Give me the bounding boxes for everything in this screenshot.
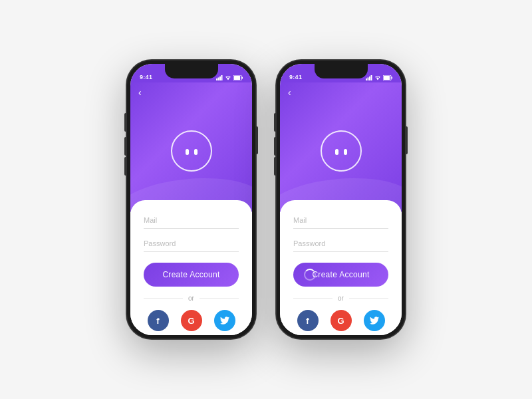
white-section-1: Create Account or f G bbox=[130, 200, 252, 335]
battery-icon-2 bbox=[383, 75, 392, 80]
phone-1: 9:41 bbox=[126, 60, 256, 339]
notch-1 bbox=[165, 64, 218, 78]
or-line-left-2 bbox=[293, 298, 332, 299]
mail-input-2[interactable] bbox=[293, 212, 388, 229]
logo-eye-right-1 bbox=[194, 149, 198, 155]
twitter-icon-1[interactable] bbox=[214, 310, 235, 331]
wifi-icon-2 bbox=[374, 75, 381, 80]
header-area-1: ‹ bbox=[130, 82, 252, 212]
logo-eye-left-1 bbox=[186, 149, 189, 155]
back-button-1[interactable]: ‹ bbox=[138, 88, 142, 97]
logo-circle-1 bbox=[171, 130, 212, 172]
signal-icon-1 bbox=[216, 75, 223, 80]
social-icons-1: f G bbox=[144, 310, 239, 334]
svg-rect-11 bbox=[371, 75, 372, 80]
or-divider-1: or bbox=[144, 295, 239, 302]
facebook-icon-1[interactable]: f bbox=[148, 310, 169, 331]
password-input-2[interactable] bbox=[293, 235, 388, 252]
or-divider-2: or bbox=[293, 295, 388, 302]
google-icon-2[interactable]: G bbox=[331, 310, 352, 331]
or-line-right-2 bbox=[349, 298, 388, 299]
logo-eye-right-2 bbox=[344, 149, 347, 155]
status-icons-2 bbox=[366, 75, 392, 80]
svg-rect-7 bbox=[242, 77, 243, 79]
battery-icon-1 bbox=[233, 75, 243, 80]
svg-point-12 bbox=[377, 79, 378, 80]
logo-circle-2 bbox=[321, 130, 362, 172]
svg-rect-6 bbox=[234, 76, 240, 80]
notch-2 bbox=[315, 64, 368, 78]
twitter-icon-2[interactable] bbox=[364, 310, 385, 331]
svg-rect-9 bbox=[368, 78, 369, 81]
logo-eye-left-2 bbox=[335, 149, 338, 155]
or-line-right-1 bbox=[200, 298, 239, 299]
back-button-2[interactable]: ‹ bbox=[288, 88, 291, 97]
or-line-left-1 bbox=[144, 298, 183, 299]
svg-rect-1 bbox=[218, 78, 219, 81]
svg-rect-0 bbox=[216, 78, 217, 80]
status-icons-1 bbox=[216, 75, 243, 80]
phone-screen-2: 9:41 bbox=[280, 64, 402, 335]
white-section-2: Create Account or f G bbox=[280, 200, 402, 335]
facebook-icon-2[interactable]: f bbox=[297, 310, 319, 331]
status-time-1: 9:41 bbox=[140, 74, 152, 80]
svg-rect-2 bbox=[219, 76, 221, 80]
svg-rect-15 bbox=[392, 77, 393, 79]
svg-rect-14 bbox=[384, 76, 390, 80]
create-account-button-1[interactable]: Create Account bbox=[144, 263, 239, 287]
wifi-icon-1 bbox=[225, 75, 231, 80]
twitter-bird-2 bbox=[370, 317, 379, 325]
status-time-2: 9:41 bbox=[289, 74, 302, 80]
or-text-1: or bbox=[188, 295, 194, 302]
signal-icon-2 bbox=[366, 75, 372, 80]
svg-rect-3 bbox=[221, 75, 223, 80]
header-area-2: ‹ bbox=[280, 82, 402, 212]
mail-input-1[interactable] bbox=[144, 212, 239, 229]
phone-2: 9:41 bbox=[276, 60, 406, 339]
svg-rect-8 bbox=[366, 78, 367, 80]
logo-face-1 bbox=[186, 149, 198, 155]
password-input-1[interactable] bbox=[144, 235, 239, 252]
svg-point-4 bbox=[227, 79, 229, 80]
phone-screen-1: 9:41 bbox=[130, 64, 252, 335]
svg-rect-10 bbox=[369, 76, 370, 80]
logo-face-2 bbox=[335, 149, 347, 155]
social-icons-2: f G bbox=[293, 310, 388, 334]
twitter-bird-1 bbox=[220, 317, 229, 325]
google-icon-1[interactable]: G bbox=[181, 310, 202, 331]
create-account-button-2[interactable]: Create Account bbox=[293, 263, 388, 287]
or-text-2: or bbox=[338, 295, 344, 302]
